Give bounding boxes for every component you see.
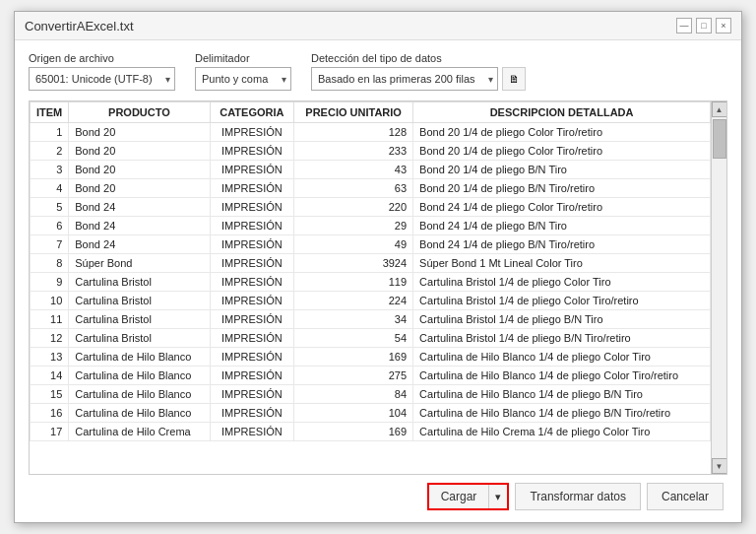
cell-precio: 220 [294,198,413,217]
origen-label: Origen de archivo [29,52,175,64]
scroll-thumb[interactable] [713,119,726,159]
cell-categoria: IMPRESIÓN [210,310,294,329]
deteccion-group: Detección del tipo de datos Basado en la… [311,52,526,91]
scroll-up-arrow[interactable]: ▲ [712,101,727,117]
cell-producto: Bond 24 [69,217,210,235]
cell-item: 17 [31,423,69,441]
cell-categoria: IMPRESIÓN [210,217,294,235]
cargar-dropdown-button[interactable]: ▾ [489,485,507,508]
delimitador-select[interactable]: Punto y coma [195,67,291,91]
cell-descripcion: Súper Bond 1 Mt Lineal Color Tiro [413,254,711,273]
table-row: 6 Bond 24 IMPRESIÓN 29 Bond 24 1/4 de pl… [31,217,711,235]
cell-descripcion: Cartulina de Hilo Crema 1/4 de pliego Co… [413,423,711,441]
cell-producto: Cartulina de Hilo Blanco [69,385,210,404]
table-row: 16 Cartulina de Hilo Blanco IMPRESIÓN 10… [31,404,711,423]
cell-item: 14 [31,367,69,385]
cell-producto: Cartulina Bristol [69,292,210,310]
close-button[interactable]: × [716,18,731,33]
deteccion-select-wrapper: Basado en las primeras 200 filas [311,67,498,91]
cell-item: 4 [31,179,69,198]
origen-select-wrapper: 65001: Unicode (UTF-8) [29,67,175,91]
cell-precio: 169 [294,348,413,367]
footer-buttons: Cargar ▾ Transformar datos Cancelar [29,475,727,514]
cell-precio: 224 [294,292,413,310]
cell-precio: 34 [294,310,413,329]
cell-descripcion: Cartulina de Hilo Blanco 1/4 de pliego C… [413,348,711,367]
scroll-down-arrow[interactable]: ▼ [712,458,727,474]
data-table: ITEM PRODUCTO CATEGORIA PRECIO UNITARIO … [30,101,711,441]
cell-item: 6 [31,217,69,235]
cell-descripcion: Cartulina de Hilo Blanco 1/4 de pliego C… [413,367,711,385]
transformar-button[interactable]: Transformar datos [515,483,641,510]
cell-precio: 119 [294,273,413,292]
cargar-button-group: Cargar ▾ [427,483,510,510]
cell-producto: Bond 24 [69,198,210,217]
cell-categoria: IMPRESIÓN [210,235,294,254]
cell-categoria: IMPRESIÓN [210,198,294,217]
cell-producto: Bond 20 [69,179,210,198]
table-row: 13 Cartulina de Hilo Blanco IMPRESIÓN 16… [31,348,711,367]
cell-item: 7 [31,235,69,254]
cell-descripcion: Bond 20 1/4 de pliego B/N Tiro [413,161,711,179]
cell-descripcion: Bond 24 1/4 de pliego B/N Tiro/retiro [413,235,711,254]
cell-categoria: IMPRESIÓN [210,367,294,385]
cell-descripcion: Bond 24 1/4 de pliego B/N Tiro [413,217,711,235]
cell-categoria: IMPRESIÓN [210,423,294,441]
cell-producto: Bond 20 [69,161,210,179]
cell-precio: 63 [294,179,413,198]
table-row: 14 Cartulina de Hilo Blanco IMPRESIÓN 27… [31,367,711,385]
cell-producto: Cartulina de Hilo Blanco [69,404,210,423]
cell-precio: 169 [294,423,413,441]
cell-descripcion: Cartulina Bristol 1/4 de pliego B/N Tiro [413,310,711,329]
table-row: 5 Bond 24 IMPRESIÓN 220 Bond 24 1/4 de p… [31,198,711,217]
cell-descripcion: Cartulina Bristol 1/4 de pliego Color Ti… [413,292,711,310]
cell-precio: 233 [294,142,413,161]
cell-categoria: IMPRESIÓN [210,404,294,423]
cancelar-button[interactable]: Cancelar [647,483,724,510]
cell-item: 9 [31,273,69,292]
window-controls: — □ × [676,18,731,33]
cell-producto: Bond 20 [69,142,210,161]
cell-item: 3 [31,161,69,179]
cargar-button[interactable]: Cargar [429,485,490,508]
deteccion-label: Detección del tipo de datos [311,52,526,64]
origen-select[interactable]: 65001: Unicode (UTF-8) [29,67,175,91]
cell-descripcion: Cartulina Bristol 1/4 de pliego B/N Tiro… [413,329,711,348]
table-row: 10 Cartulina Bristol IMPRESIÓN 224 Cartu… [31,292,711,310]
cell-precio: 43 [294,161,413,179]
cell-producto: Cartulina de Hilo Crema [69,423,210,441]
col-header-categoria: CATEGORIA [210,102,294,123]
cell-item: 11 [31,310,69,329]
minimize-button[interactable]: — [676,18,692,33]
cell-producto: Bond 24 [69,235,210,254]
cell-categoria: IMPRESIÓN [210,385,294,404]
cell-categoria: IMPRESIÓN [210,329,294,348]
cell-descripcion: Cartulina de Hilo Blanco 1/4 de pliego B… [413,385,711,404]
cell-categoria: IMPRESIÓN [210,292,294,310]
col-header-item: ITEM [31,102,69,123]
delimitador-group: Delimitador Punto y coma [195,52,291,91]
delimitador-label: Delimitador [195,52,291,64]
cell-producto: Cartulina Bristol [69,273,210,292]
vertical-scrollbar[interactable]: ▲ ▼ [711,101,726,474]
cell-descripcion: Bond 20 1/4 de pliego B/N Tiro/retiro [413,179,711,198]
cell-item: 8 [31,254,69,273]
cell-categoria: IMPRESIÓN [210,142,294,161]
table-row: 12 Cartulina Bristol IMPRESIÓN 54 Cartul… [31,329,711,348]
table-row: 1 Bond 20 IMPRESIÓN 128 Bond 20 1/4 de p… [31,123,711,142]
cell-producto: Cartulina de Hilo Blanco [69,367,210,385]
origen-group: Origen de archivo 65001: Unicode (UTF-8) [29,52,175,91]
table-row: 3 Bond 20 IMPRESIÓN 43 Bond 20 1/4 de pl… [31,161,711,179]
deteccion-info-button[interactable]: 🗎 [502,67,526,91]
col-header-precio: PRECIO UNITARIO [294,102,413,123]
cell-producto: Súper Bond [69,254,210,273]
table-row: 7 Bond 24 IMPRESIÓN 49 Bond 24 1/4 de pl… [31,235,711,254]
table-row: 11 Cartulina Bristol IMPRESIÓN 34 Cartul… [31,310,711,329]
deteccion-select[interactable]: Basado en las primeras 200 filas [311,67,498,91]
table-body: 1 Bond 20 IMPRESIÓN 128 Bond 20 1/4 de p… [31,123,711,441]
cell-item: 16 [31,404,69,423]
maximize-button[interactable]: □ [696,18,712,33]
table-scroll-area[interactable]: ITEM PRODUCTO CATEGORIA PRECIO UNITARIO … [30,101,726,474]
cell-precio: 104 [294,404,413,423]
cell-descripcion: Cartulina de Hilo Blanco 1/4 de pliego B… [413,404,711,423]
